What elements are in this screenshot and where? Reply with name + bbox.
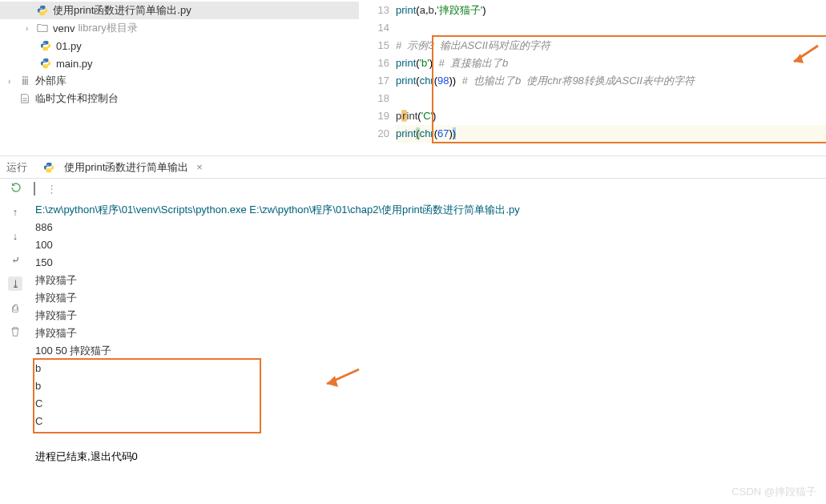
console-line: 150	[35, 254, 821, 272]
console-line: C	[35, 413, 821, 430]
tree-scratch[interactable]: 临时文件和控制台	[0, 90, 359, 107]
tree-label: 使用print函数进行简单输出.py	[53, 3, 191, 18]
tree-label: 01.py	[56, 40, 82, 52]
chevron-right-icon: ›	[26, 24, 35, 33]
up-icon[interactable]: ↑	[8, 204, 22, 219]
console-line: 摔跤猫子	[35, 325, 821, 342]
run-side-toolbar: ↑ ↓ ⤶ ⤓ ⎙	[0, 198, 30, 504]
run-panel-header: 运行 使用print函数进行简单输出 ×	[0, 156, 826, 179]
python-file-icon	[38, 40, 53, 51]
run-label: 运行	[6, 160, 27, 175]
console-line: 100 50 摔跤猫子	[35, 342, 821, 360]
tree-file-main[interactable]: main.py	[0, 54, 359, 72]
more-icon[interactable]: ⋮	[46, 183, 57, 195]
console-line: 摔跤猫子	[35, 307, 821, 325]
tree-file-selected[interactable]: 使用print函数进行简单输出.py	[0, 2, 359, 19]
console-line: 摔跤猫子	[35, 272, 821, 289]
console-line: b	[35, 377, 821, 395]
scroll-to-end-icon[interactable]: ⤓	[8, 276, 22, 291]
run-toolbar: ⋮	[0, 179, 826, 198]
python-file-icon	[35, 5, 50, 16]
stop-icon[interactable]	[34, 183, 35, 195]
chevron-right-icon: ›	[8, 77, 18, 86]
print-icon[interactable]: ⎙	[8, 300, 22, 315]
run-tab[interactable]: 使用print函数进行简单输出 ×	[34, 160, 211, 175]
python-file-icon	[42, 162, 56, 173]
console-line: C	[35, 395, 821, 413]
tree-label: 外部库	[35, 74, 66, 88]
trash-icon[interactable]	[8, 325, 22, 339]
tree-label: 临时文件和控制台	[35, 91, 119, 106]
library-icon: ⅲ	[18, 75, 32, 87]
run-tab-label: 使用print函数进行简单输出	[64, 160, 188, 175]
console-line: 886	[35, 219, 821, 236]
python-file-icon	[38, 58, 53, 69]
down-icon[interactable]: ↓	[8, 228, 22, 243]
console-output[interactable]: E:\zw\python\程序\01\venv\Scripts\python.e…	[30, 198, 826, 504]
tree-external-libs[interactable]: › ⅲ 外部库	[0, 72, 359, 90]
console-line: 摔跤猫子	[35, 289, 821, 307]
close-icon[interactable]: ×	[196, 161, 203, 173]
tree-hint: library根目录	[78, 21, 137, 35]
console-cmd: E:\zw\python\程序\01\venv\Scripts\python.e…	[35, 201, 821, 219]
console-line: 100	[35, 236, 821, 254]
code-area[interactable]: print(a,b,'摔跤猫子') # 示例3 输出ASCII码对应的字符 pr…	[396, 0, 826, 155]
folder-icon	[35, 22, 50, 34]
console-line: b	[35, 360, 821, 377]
project-tree[interactable]: 使用print函数进行简单输出.py › venv library根目录 01.…	[0, 0, 359, 155]
tree-label: venv	[53, 22, 75, 34]
scratch-icon	[18, 93, 32, 104]
tree-file-01[interactable]: 01.py	[0, 37, 359, 54]
tree-label: main.py	[56, 58, 93, 70]
gutter: 13 14 15 16 17 18 19 20	[359, 0, 396, 155]
console-exit: 进程已结束,退出代码0	[35, 448, 821, 466]
soft-wrap-icon[interactable]: ⤶	[8, 252, 22, 267]
code-editor[interactable]: 13 14 15 16 17 18 19 20 print(a,b,'摔跤猫子'…	[359, 0, 826, 155]
rerun-icon[interactable]	[10, 181, 22, 196]
tree-folder-venv[interactable]: › venv library根目录	[0, 19, 359, 37]
